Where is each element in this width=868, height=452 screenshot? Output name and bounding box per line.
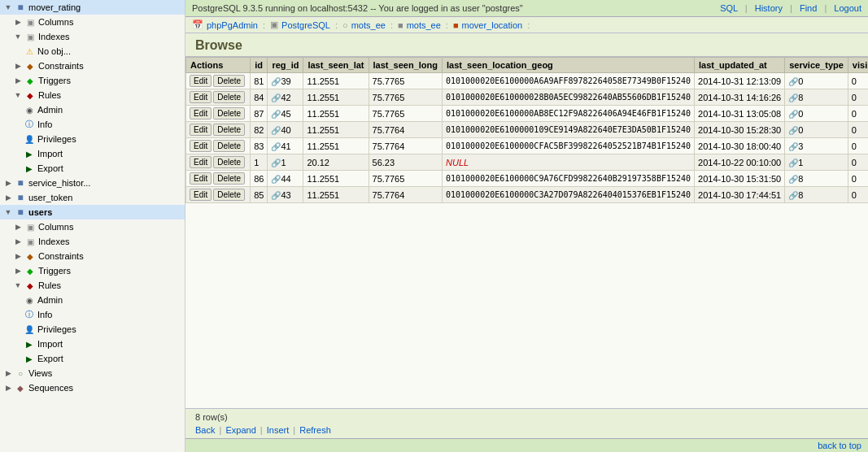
col-header-service-type[interactable]: service_type	[785, 58, 848, 73]
edit-button[interactable]: Edit	[190, 91, 212, 103]
sidebar-item-privileges-users[interactable]: 👤 Privileges	[0, 322, 185, 337]
sidebar-item-sequences[interactable]: ▶ ◆ Sequences	[0, 380, 185, 395]
sidebar-item-import-users[interactable]: ▶ Import	[0, 337, 185, 351]
sidebar-item-triggers-1[interactable]: ▶ ◆ Triggers	[0, 73, 185, 88]
sidebar-item-rules-1[interactable]: ▼ ◆ Rules	[0, 88, 185, 102]
cell-id: 84	[251, 89, 268, 106]
expand-icon[interactable]: ▶	[3, 178, 13, 188]
browse-header: Browse	[185, 33, 868, 57]
delete-button[interactable]: Delete	[213, 75, 245, 87]
sidebar-item-constraints-users[interactable]: ▶ ◆ Constraints	[0, 249, 185, 263]
sidebar-item-info-1[interactable]: ⓘ Info	[0, 117, 185, 132]
actions-cell[interactable]: EditDelete	[186, 89, 251, 106]
refresh-link[interactable]: Refresh	[299, 425, 331, 435]
expand-icon[interactable]: ▶	[13, 266, 23, 276]
sidebar-item-admin-1[interactable]: ◉ Admin	[0, 102, 185, 117]
sidebar-item-user-token[interactable]: ▶ ■ user_token	[0, 190, 185, 205]
sidebar-item-columns-users[interactable]: ▶ ▣ Columns	[0, 219, 185, 234]
edit-button[interactable]: Edit	[190, 124, 212, 136]
edit-button[interactable]: Edit	[190, 156, 212, 168]
sidebar-item-privileges-1[interactable]: 👤 Privileges	[0, 132, 185, 146]
nav-phppgadmin[interactable]: phpPgAdmin	[207, 20, 258, 30]
actions-cell[interactable]: EditDelete	[186, 187, 251, 203]
col-header-visibility[interactable]: visibility	[848, 58, 868, 73]
expand-icon[interactable]: ▼	[13, 32, 23, 41]
delete-button[interactable]: Delete	[213, 189, 245, 201]
delete-button[interactable]: Delete	[213, 91, 245, 103]
expand-icon[interactable]: ▶	[3, 368, 13, 378]
table-area[interactable]: Actions id reg_id last_seen_lat last_see…	[185, 57, 868, 408]
sidebar-item-constraints-1[interactable]: ▶ ◆ Constraints	[0, 59, 185, 73]
delete-button[interactable]: Delete	[213, 107, 245, 120]
col-header-last-seen-lat[interactable]: last_seen_lat	[303, 58, 369, 73]
nav-postgresql[interactable]: PostgreSQL	[281, 20, 330, 30]
edit-button[interactable]: Edit	[190, 172, 212, 185]
nav-table[interactable]: mover_location	[462, 20, 523, 30]
cell-reg-id: 🔗44	[268, 171, 303, 187]
sidebar-item-indexes-users[interactable]: ▶ ▣ Indexes	[0, 234, 185, 249]
sidebar[interactable]: ▼ ■ mover_rating ▶ ▣ Columns ▼ ▣ Indexes…	[0, 0, 185, 452]
edit-button[interactable]: Edit	[190, 107, 212, 120]
actions-cell[interactable]: EditDelete	[186, 122, 251, 138]
back-link[interactable]: Back	[195, 425, 215, 435]
expand-icon[interactable]: ▶	[13, 222, 23, 232]
expand-icon[interactable]: ▶	[3, 193, 13, 202]
delete-button[interactable]: Delete	[213, 156, 245, 168]
sidebar-item-columns-1[interactable]: ▶ ▣ Columns	[0, 15, 185, 29]
expand-icon[interactable]: ▶	[13, 237, 23, 246]
sidebar-item-views[interactable]: ▶ ○ Views	[0, 366, 185, 380]
nav-schema[interactable]: mots_ee	[407, 20, 441, 30]
col-header-id[interactable]: id	[251, 58, 268, 73]
expand-icon[interactable]: ▼	[13, 280, 23, 290]
sidebar-item-info-users[interactable]: ⓘ Info	[0, 307, 185, 322]
sidebar-item-admin-users[interactable]: ◉ Admin	[0, 293, 185, 307]
sidebar-item-indexes-1[interactable]: ▼ ▣ Indexes	[0, 29, 185, 44]
expand-icon[interactable]: ▶	[3, 383, 13, 393]
history-link[interactable]: History	[755, 3, 783, 13]
col-header-actions: Actions	[186, 58, 251, 73]
sidebar-item-label: users	[28, 207, 52, 217]
sidebar-item-mover-rating[interactable]: ▼ ■ mover_rating	[0, 0, 185, 15]
col-header-reg-id[interactable]: reg_id	[268, 58, 303, 73]
sidebar-item-export-1[interactable]: ▶ Export	[0, 161, 185, 176]
col-header-geog[interactable]: last_seen_location_geog	[443, 58, 695, 73]
topbar: PostgreSQL 9.3.5 running on localhost:54…	[185, 0, 868, 17]
expand-link[interactable]: Expand	[225, 425, 255, 435]
sidebar-item-import-1[interactable]: ▶ Import	[0, 146, 185, 161]
edit-button[interactable]: Edit	[190, 140, 212, 152]
sidebar-item-export-users[interactable]: ▶ Export	[0, 351, 185, 366]
actions-cell[interactable]: EditDelete	[186, 138, 251, 154]
sidebar-item-triggers-users[interactable]: ▶ ◆ Triggers	[0, 263, 185, 278]
edit-button[interactable]: Edit	[190, 75, 212, 87]
delete-button[interactable]: Delete	[213, 124, 245, 136]
logout-link[interactable]: Logout	[834, 3, 861, 13]
actions-cell[interactable]: EditDelete	[186, 73, 251, 89]
expand-icon[interactable]: ▼	[13, 90, 23, 100]
back-to-top-link[interactable]: back to top	[818, 441, 861, 450]
cell-service-type: 🔗8	[785, 187, 848, 203]
expand-icon[interactable]: ▶	[13, 61, 23, 71]
expand-icon[interactable]: ▶	[13, 251, 23, 261]
sidebar-item-users[interactable]: ▼ ■ users	[0, 205, 185, 219]
edit-button[interactable]: Edit	[190, 189, 212, 201]
expand-icon[interactable]: ▶	[13, 17, 23, 27]
cell-lat: 11.2551	[303, 106, 369, 122]
delete-button[interactable]: Delete	[213, 172, 245, 185]
sidebar-item-rules-users[interactable]: ▼ ◆ Rules	[0, 278, 185, 293]
actions-cell[interactable]: EditDelete	[186, 106, 251, 122]
insert-link[interactable]: Insert	[267, 425, 290, 435]
expand-icon[interactable]: ▼	[3, 207, 13, 217]
find-link[interactable]: Find	[800, 3, 817, 13]
actions-cell[interactable]: EditDelete	[186, 154, 251, 171]
nav-db[interactable]: mots_ee	[351, 20, 386, 30]
expand-icon[interactable]: ▼	[3, 2, 13, 12]
sidebar-item-service-history[interactable]: ▶ ■ service_histor...	[0, 176, 185, 190]
sql-link[interactable]: SQL	[720, 3, 738, 13]
col-header-updated-at[interactable]: last_updated_at	[695, 58, 785, 73]
cell-reg-id: 🔗39	[268, 73, 303, 89]
expand-icon[interactable]: ▶	[13, 76, 23, 85]
actions-cell[interactable]: EditDelete	[186, 171, 251, 187]
cell-service-type: 🔗0	[785, 73, 848, 89]
delete-button[interactable]: Delete	[213, 140, 245, 152]
col-header-last-seen-long[interactable]: last_seen_long	[369, 58, 442, 73]
